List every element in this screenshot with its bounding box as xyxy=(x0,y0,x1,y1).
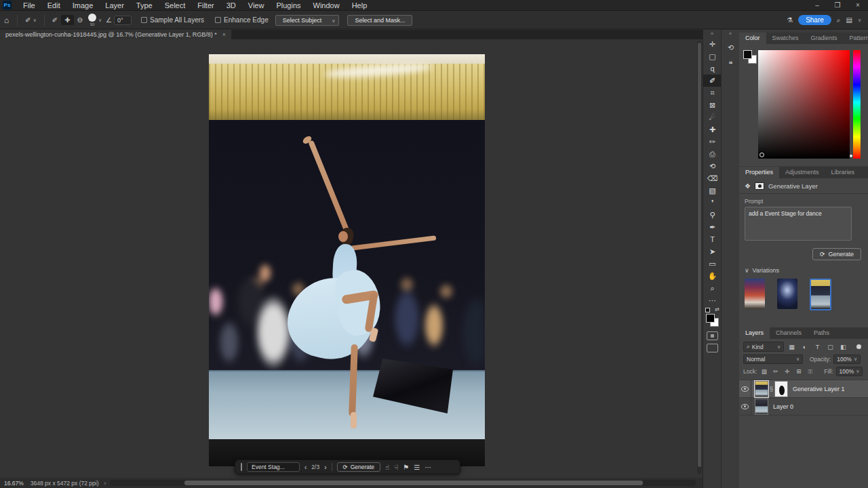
search-icon[interactable]: ⌕ xyxy=(837,16,841,24)
foreground-color-swatch[interactable] xyxy=(706,314,715,323)
menu-filter[interactable]: Filter xyxy=(191,0,220,11)
opacity-input[interactable]: 100% ∨ xyxy=(833,354,861,364)
lasso-tool[interactable]: ɋ xyxy=(703,62,722,75)
selection-brush-tool[interactable]: ✐ xyxy=(703,75,722,87)
gradient-tool[interactable]: ▧ xyxy=(703,184,722,197)
path-selection-tool[interactable]: ➤ xyxy=(703,245,722,258)
filter-type-layers-icon[interactable]: T xyxy=(812,344,823,350)
select-and-mask-button[interactable]: Select and Mask... xyxy=(347,15,412,26)
tab-channels[interactable]: Channels xyxy=(770,327,808,339)
taskbar-drag-handle[interactable] xyxy=(241,463,242,471)
type-tool[interactable]: T xyxy=(703,233,722,245)
menu-view[interactable]: View xyxy=(242,0,271,11)
eraser-tool[interactable]: ⌫ xyxy=(703,172,722,184)
tab-libraries[interactable]: Libraries xyxy=(825,167,861,178)
saturation-brightness-field[interactable] xyxy=(758,50,850,159)
default-colors-icon[interactable] xyxy=(705,308,710,312)
edit-toolbar-icon[interactable]: ⋯ xyxy=(703,294,722,306)
menu-plugins[interactable]: Plugins xyxy=(270,0,307,11)
lock-transparency-icon[interactable]: ▨ xyxy=(760,368,768,375)
move-tool[interactable]: ✛ xyxy=(703,38,722,50)
visibility-eye-icon[interactable] xyxy=(741,404,749,409)
filter-pixel-layers-icon[interactable]: ▦ xyxy=(787,344,797,350)
hand-tool[interactable]: ✋ xyxy=(703,270,722,282)
angle-input[interactable]: 0° xyxy=(114,16,132,25)
spot-healing-tool[interactable]: ✚ xyxy=(703,123,722,136)
next-variation-icon[interactable]: › xyxy=(324,464,326,471)
settings-sliders-icon[interactable]: ☰ xyxy=(414,464,420,471)
lock-all-icon[interactable]: ⚿ xyxy=(806,368,814,375)
layer-row-background[interactable]: Layer 0 xyxy=(739,398,868,415)
menu-image[interactable]: Image xyxy=(66,0,100,11)
chevron-down-icon[interactable]: ∨ xyxy=(98,18,102,23)
report-flag-icon[interactable]: ⚑ xyxy=(403,464,409,471)
horizontal-scrollbar[interactable] xyxy=(110,480,696,486)
vertical-scrollbar[interactable] xyxy=(697,41,702,474)
more-options-icon[interactable]: ⋯ xyxy=(425,464,431,471)
quick-mask-button[interactable] xyxy=(707,331,718,340)
lock-paint-icon[interactable]: ✏ xyxy=(771,368,780,375)
visibility-eye-icon[interactable] xyxy=(741,386,749,392)
menu-type[interactable]: Type xyxy=(130,0,159,11)
hue-slider-handle[interactable] xyxy=(850,155,852,157)
thumbs-up-icon[interactable]: ☝ xyxy=(385,464,389,471)
enhance-edge-option[interactable]: Enhance Edge xyxy=(215,16,269,24)
canvas-image[interactable] xyxy=(209,54,485,466)
brush-size-picker[interactable]: 30 xyxy=(88,14,96,26)
variation-thumbnail-3-selected[interactable] xyxy=(810,279,831,310)
tab-properties[interactable]: Properties xyxy=(739,167,779,178)
tab-color[interactable]: Color xyxy=(739,33,766,44)
crop-tool[interactable]: ⌗ xyxy=(703,87,722,99)
frame-tool[interactable]: ⊠ xyxy=(703,99,722,111)
toolbar-collapse-icon[interactable]: » xyxy=(703,30,721,38)
tab-swatches[interactable]: Swatches xyxy=(766,33,805,44)
document-tab[interactable]: pexels-wellington-cunha-1918445.jpg @ 16… xyxy=(0,30,231,39)
layer-row-generative[interactable]: § Generative Layer 1 xyxy=(739,380,868,398)
zoom-tool[interactable]: ⌕ xyxy=(703,282,722,294)
layer-name[interactable]: Layer 0 xyxy=(773,403,793,410)
visibility-cell[interactable] xyxy=(739,398,751,415)
tab-paths[interactable]: Paths xyxy=(808,327,835,339)
variation-thumbnail-1[interactable] xyxy=(745,279,765,309)
tab-adjustments[interactable]: Adjustments xyxy=(779,167,825,178)
layer-name[interactable]: Generative Layer 1 xyxy=(793,386,845,392)
tab-patterns[interactable]: Patterns xyxy=(844,33,868,44)
rectangle-tool[interactable]: ▭ xyxy=(703,258,722,270)
vertical-scrollbar-thumb[interactable] xyxy=(698,43,701,467)
selection-brush-new-mode[interactable]: ✐ xyxy=(49,15,61,25)
status-chevron-icon[interactable]: › xyxy=(104,480,111,487)
hue-slider[interactable] xyxy=(853,50,861,159)
select-subject-dropdown[interactable]: ∨ xyxy=(328,15,339,26)
blend-mode-select[interactable]: Normal ∨ xyxy=(743,354,803,364)
photoshop-logo-icon[interactable]: Ps xyxy=(3,1,12,9)
expand-panels-icon[interactable]: « xyxy=(722,30,739,38)
zoom-level-field[interactable]: 16.67% xyxy=(0,480,31,487)
horizontal-scrollbar-thumb[interactable] xyxy=(184,481,643,485)
taskbar-prompt-input[interactable]: Event Stag... xyxy=(247,462,300,472)
layer-thumbnail[interactable] xyxy=(755,381,768,397)
mask-link-icon[interactable]: § xyxy=(770,386,773,392)
tab-close-icon[interactable]: × xyxy=(222,30,226,39)
menu-edit[interactable]: Edit xyxy=(41,0,66,11)
workspace-icon[interactable]: ▤ xyxy=(846,16,852,24)
taskbar-generate-button[interactable]: ⟳ Generate xyxy=(337,462,381,472)
dodge-tool[interactable]: ⚲ xyxy=(703,209,722,221)
variations-header[interactable]: ∨ Variations xyxy=(739,260,868,277)
eyedropper-tool[interactable]: ☄ xyxy=(703,111,722,123)
history-brush-tool[interactable]: ⟲ xyxy=(703,160,722,172)
menu-layer[interactable]: Layer xyxy=(99,0,130,11)
tab-gradients[interactable]: Gradients xyxy=(805,33,844,44)
visibility-cell[interactable] xyxy=(739,380,751,398)
prompt-textarea[interactable]: add a Event Stage for dance xyxy=(745,207,852,241)
select-subject-button[interactable]: Select Subject xyxy=(275,15,330,26)
beta-features-icon[interactable]: ⚗ xyxy=(787,16,793,24)
menu-3d[interactable]: 3D xyxy=(220,0,242,11)
previous-variation-icon[interactable]: ‹ xyxy=(304,464,307,471)
selection-brush-subtract-mode[interactable]: ⊖ xyxy=(74,15,86,25)
canvas-area[interactable]: Event Stag... ‹ 2/3 › ⟳ Generate ☝ ☟ ⚑ ☰… xyxy=(0,39,703,478)
foreground-color-swatch[interactable] xyxy=(743,50,752,59)
variation-thumbnail-2[interactable] xyxy=(777,279,797,309)
lock-move-icon[interactable]: ✛ xyxy=(783,368,791,375)
menu-help[interactable]: Help xyxy=(346,0,374,11)
menu-select[interactable]: Select xyxy=(159,0,192,11)
